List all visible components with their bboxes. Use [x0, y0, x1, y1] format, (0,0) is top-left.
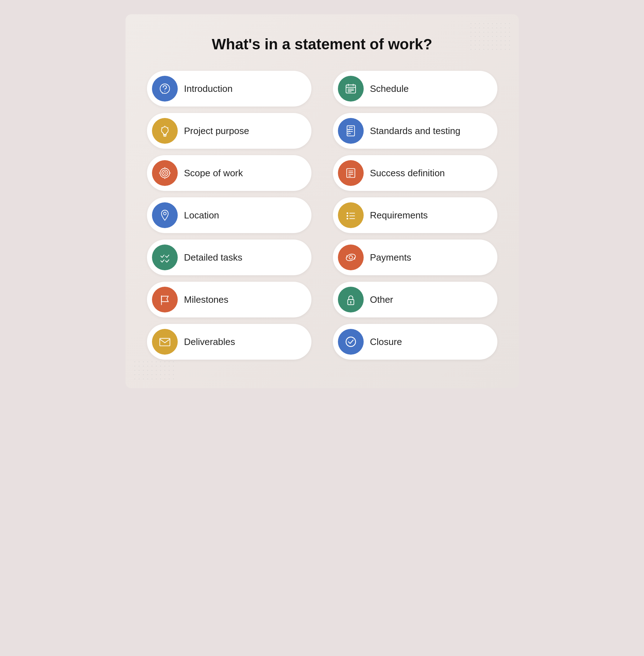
envelope-icon	[158, 335, 172, 349]
items-grid: Introduction Schedule	[147, 71, 497, 360]
success-icon-circle	[338, 160, 364, 186]
svg-point-20	[162, 170, 168, 176]
svg-point-1	[164, 91, 165, 92]
item-introduction: Introduction	[147, 71, 311, 107]
introduction-label: Introduction	[184, 83, 233, 94]
standards-label: Standards and testing	[370, 125, 461, 137]
calendar-icon	[344, 82, 358, 95]
success-label: Success definition	[370, 168, 445, 179]
svg-point-31	[163, 212, 166, 215]
item-success: Success definition	[333, 155, 497, 191]
svg-rect-46	[159, 339, 170, 346]
svg-point-39	[348, 255, 353, 260]
deliverables-label: Deliverables	[184, 336, 235, 347]
svg-point-33	[346, 215, 348, 217]
item-closure: Closure	[333, 324, 497, 360]
closure-icon-circle	[338, 329, 364, 355]
milestones-icon-circle	[152, 287, 178, 312]
svg-point-47	[346, 337, 355, 347]
detailed-tasks-icon-circle	[152, 245, 178, 270]
project-purpose-label: Project purpose	[184, 125, 249, 137]
svg-line-13	[161, 128, 162, 128]
page-wrapper: What's in a statement of work? Introduct…	[126, 14, 519, 388]
pin-icon	[158, 208, 172, 222]
page-title: What's in a statement of work?	[147, 36, 497, 53]
money-icon	[344, 251, 358, 264]
flag-icon	[158, 293, 172, 306]
payments-icon-circle	[338, 245, 364, 270]
dots-decoration-bottom	[133, 360, 176, 381]
svg-line-12	[167, 128, 168, 128]
svg-point-44	[350, 301, 352, 303]
scope-icon-circle	[152, 160, 178, 186]
item-deliverables: Deliverables	[147, 324, 311, 360]
scope-label: Scope of work	[184, 168, 243, 179]
standards-icon-circle	[338, 118, 364, 144]
item-scope: Scope of work	[147, 155, 311, 191]
requirements-label: Requirements	[370, 210, 428, 221]
item-schedule: Schedule	[333, 71, 497, 107]
other-icon-circle	[338, 287, 364, 312]
checkmark-icon	[344, 335, 358, 349]
item-standards: Standards and testing	[333, 113, 497, 149]
svg-point-34	[346, 218, 348, 220]
item-payments: Payments	[333, 240, 497, 275]
svg-point-32	[346, 212, 348, 214]
lock-icon	[344, 293, 358, 306]
deliverables-icon-circle	[152, 329, 178, 355]
question-icon	[158, 82, 172, 95]
item-other: Other	[333, 282, 497, 317]
project-purpose-icon-circle	[152, 118, 178, 144]
item-milestones: Milestones	[147, 282, 311, 317]
introduction-icon-circle	[152, 76, 178, 102]
payments-label: Payments	[370, 252, 412, 263]
item-requirements: Requirements	[333, 197, 497, 233]
closure-label: Closure	[370, 336, 402, 347]
detailed-tasks-label: Detailed tasks	[184, 252, 242, 263]
lines-icon	[344, 166, 358, 180]
item-location: Location	[147, 197, 311, 233]
item-detailed-tasks: Detailed tasks	[147, 240, 311, 275]
schedule-icon-circle	[338, 76, 364, 102]
requirements-icon-circle	[338, 202, 364, 228]
svg-point-38	[345, 253, 356, 262]
location-icon-circle	[152, 202, 178, 228]
target-icon	[158, 166, 172, 180]
milestones-label: Milestones	[184, 294, 228, 305]
other-label: Other	[370, 294, 393, 305]
schedule-label: Schedule	[370, 83, 409, 94]
svg-point-21	[163, 172, 166, 174]
bulletlist-icon	[344, 208, 358, 222]
dots-decoration-top	[469, 21, 512, 50]
item-project-purpose: Project purpose	[147, 113, 311, 149]
lightbulb-icon	[158, 124, 172, 138]
checkgrid-icon	[158, 251, 172, 264]
location-label: Location	[184, 210, 219, 221]
checklist-icon	[344, 124, 358, 138]
